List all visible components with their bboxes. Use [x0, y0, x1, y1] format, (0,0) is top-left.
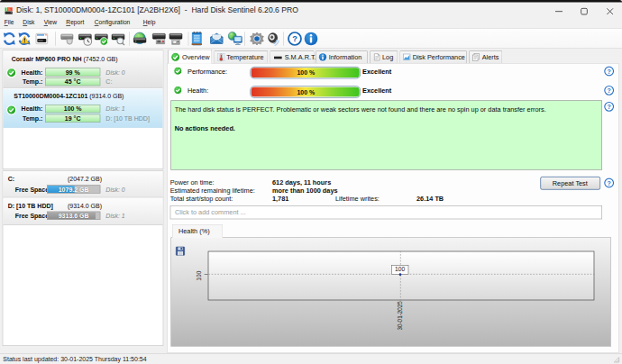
svg-text:?: ?	[608, 104, 611, 110]
svg-text:?: ?	[292, 34, 297, 43]
svg-text:?: ?	[608, 180, 611, 187]
svg-text:?: ?	[608, 87, 611, 94]
svg-text:?: ?	[608, 68, 611, 75]
